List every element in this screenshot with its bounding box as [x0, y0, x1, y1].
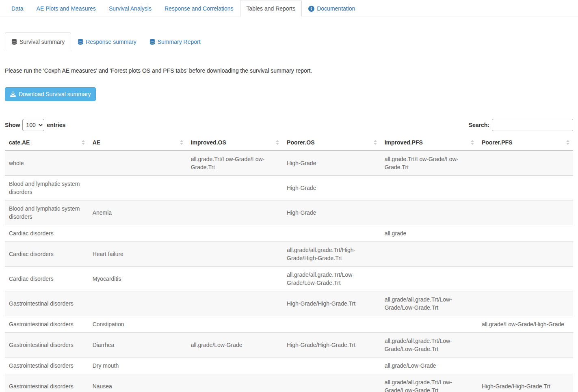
table-cell: all.grade/all.grade.Trt/Low-Grade/Low-Gr…: [381, 291, 478, 316]
sub-tab-link-survival-summary[interactable]: Survival summary: [5, 32, 71, 51]
search-label: Search:: [469, 122, 489, 128]
table-cell: [89, 151, 187, 176]
sub-tab-summary-report: Summary Report: [143, 32, 207, 51]
table-cell: [478, 225, 573, 242]
table-cell: [187, 267, 283, 291]
sort-icon: [82, 140, 85, 145]
table-cell: [89, 176, 187, 200]
table-cell: High-Grade: [283, 200, 381, 225]
main-tab-label: Documentation: [317, 4, 355, 13]
table-cell: [478, 358, 573, 374]
table-cell: Gastrointestinal disorders: [5, 374, 89, 392]
column-header-label: Improved.PFS: [385, 139, 423, 146]
main-tab-ae-plots-and-measures: AE Plots and Measures: [30, 0, 102, 17]
database-icon: [78, 39, 83, 45]
table-cell: [478, 151, 573, 176]
column-header-improved-os[interactable]: Improved.OS: [187, 135, 283, 151]
table-cell: [283, 225, 381, 242]
table-cell: all.grade.Trt/Low-Grade/Low-Grade.Trt: [187, 151, 283, 176]
main-tab-link-documentation[interactable]: Documentation: [302, 0, 362, 17]
column-header-label: Poorer.OS: [287, 139, 314, 146]
main-tab-link-survival-analysis[interactable]: Survival Analysis: [102, 0, 158, 17]
table-cell: [187, 358, 283, 374]
table-cell: [89, 225, 187, 242]
entries-label: entries: [47, 122, 65, 128]
column-header-label: Improved.OS: [191, 139, 226, 146]
main-tab-label: Response and Correlations: [165, 4, 234, 13]
sub-nav: Survival summaryResponse summarySummary …: [0, 32, 578, 51]
table-cell: [478, 291, 573, 316]
download-button-label: Download Survival summary: [19, 90, 91, 98]
table-cell: [187, 291, 283, 316]
main-tab-label: Survival Analysis: [109, 4, 152, 13]
table-cell: all.grade/Low-Grade/High-Grade: [478, 316, 573, 333]
table-cell: all.grade: [381, 225, 478, 242]
main-tab-response-and-correlations: Response and Correlations: [158, 0, 240, 17]
search-input[interactable]: [492, 119, 573, 131]
table-cell: Blood and lymphatic system disorders: [5, 200, 89, 225]
table-cell: [187, 225, 283, 242]
tab-content: Please run the 'Coxph AE measures' and '…: [0, 67, 578, 392]
table-cell: [187, 316, 283, 333]
sort-icon: [471, 140, 474, 145]
notice-text: Please run the 'Coxph AE measures' and '…: [5, 67, 573, 74]
table-cell: Diarrhea: [89, 333, 187, 358]
survival-summary-table: cate.AEAEImproved.OSPoorer.OSImproved.PF…: [5, 135, 573, 392]
entries-length-control: Show 100 entries: [5, 119, 65, 131]
main-tab-link-response-and-correlations[interactable]: Response and Correlations: [158, 0, 240, 17]
main-tab-label: Tables and Reports: [247, 4, 296, 13]
download-survival-summary-button[interactable]: Download Survival summary: [5, 87, 96, 101]
table-cell: [283, 374, 381, 392]
table-row: Cardiac disordersall.grade: [5, 225, 573, 242]
page: DataAE Plots and MeasuresSurvival Analys…: [0, 0, 578, 392]
table-cell: High-Grade/High-Grade.Trt: [283, 291, 381, 316]
table-cell: Myocarditis: [89, 267, 187, 291]
sub-tab-link-summary-report[interactable]: Summary Report: [143, 32, 207, 51]
page-length-select[interactable]: 100: [22, 119, 44, 131]
table-cell: [187, 176, 283, 200]
column-header-cate-ae[interactable]: cate.AE: [5, 135, 89, 151]
main-tab-link-tables-and-reports[interactable]: Tables and Reports: [240, 0, 302, 17]
table-cell: Heart failure: [89, 242, 187, 267]
main-tab-link-ae-plots-and-measures[interactable]: AE Plots and Measures: [30, 0, 102, 17]
sub-tab-link-response-summary[interactable]: Response summary: [71, 32, 143, 51]
table-row: Gastrointestinal disordersDry mouthall.g…: [5, 358, 573, 374]
table-cell: Blood and lymphatic system disorders: [5, 176, 89, 200]
download-icon: [10, 91, 16, 97]
table-cell: Cardiac disorders: [5, 225, 89, 242]
column-header-label: cate.AE: [9, 139, 30, 146]
sub-tab-label: Survival summary: [19, 38, 65, 46]
table-controls: Show 100 entries Search:: [5, 119, 573, 131]
table-row: Gastrointestinal disordersConstipational…: [5, 316, 573, 333]
table-cell: [381, 242, 478, 267]
sort-icon: [276, 140, 279, 145]
table-cell: all.grade/Low-Grade: [187, 333, 283, 358]
table-cell: High-Grade/High-Grade.Trt: [283, 333, 381, 358]
table-cell: all.grade.Trt/Low-Grade/Low-Grade.Trt: [381, 151, 478, 176]
table-cell: [283, 316, 381, 333]
sub-tab-response-summary: Response summary: [71, 32, 143, 51]
database-icon: [149, 39, 155, 45]
table-row: wholeall.grade.Trt/Low-Grade/Low-Grade.T…: [5, 151, 573, 176]
table-row: Blood and lymphatic system disordersHigh…: [5, 176, 573, 200]
table-cell: [283, 358, 381, 374]
table-cell: Cardiac disorders: [5, 267, 89, 291]
table-row: Cardiac disordersMyocarditisall.grade/al…: [5, 267, 573, 291]
database-icon: [11, 39, 17, 45]
table-cell: [381, 176, 478, 200]
column-header-poorer-pfs[interactable]: Poorer.PFS: [478, 135, 573, 151]
table-cell: Dry mouth: [89, 358, 187, 374]
table-cell: High-Grade/High-Grade.Trt: [478, 374, 573, 392]
column-header-poorer-os[interactable]: Poorer.OS: [283, 135, 381, 151]
table-row: Blood and lymphatic system disordersAnem…: [5, 200, 573, 225]
table-cell: [478, 242, 573, 267]
column-header-improved-pfs[interactable]: Improved.PFS: [381, 135, 478, 151]
table-cell: Constipation: [89, 316, 187, 333]
table-cell: Nausea: [89, 374, 187, 392]
table-row: Gastrointestinal disordersNauseaall.grad…: [5, 374, 573, 392]
column-header-ae[interactable]: AE: [89, 135, 187, 151]
main-tab-link-data[interactable]: Data: [5, 0, 30, 17]
table-cell: Cardiac disorders: [5, 242, 89, 267]
table-cell: all.grade/all.grade.Trt/High-Grade/High-…: [283, 242, 381, 267]
table-cell: whole: [5, 151, 89, 176]
